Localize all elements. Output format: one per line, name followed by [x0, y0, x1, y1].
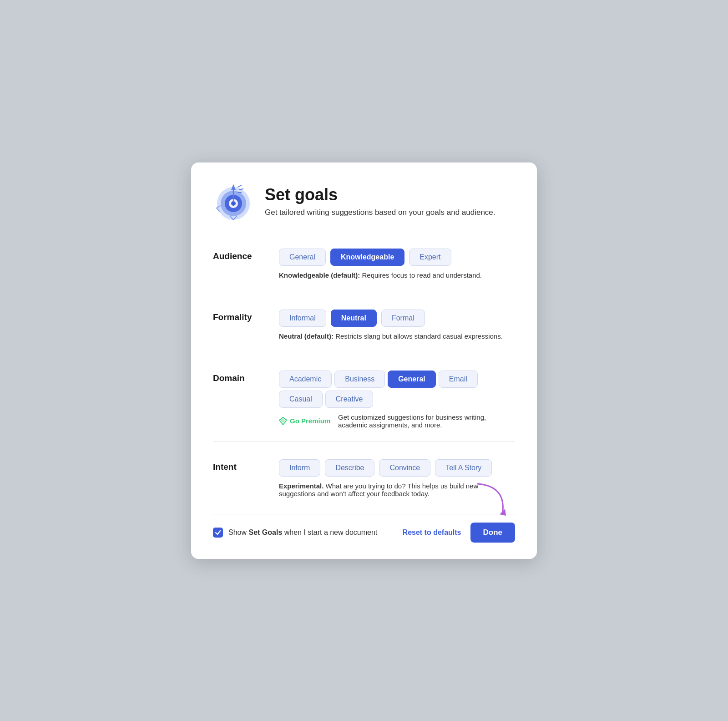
domain-creative-btn[interactable]: Creative: [325, 391, 374, 408]
reset-defaults-button[interactable]: Reset to defaults: [403, 528, 461, 537]
diamond-icon: [279, 417, 287, 425]
formality-content: Informal Neutral Formal Neutral (default…: [279, 310, 515, 340]
intent-describe-btn[interactable]: Describe: [325, 459, 374, 477]
audience-label: Audience: [213, 249, 279, 261]
svg-line-11: [238, 185, 241, 187]
formality-neutral-btn[interactable]: Neutral: [331, 310, 377, 327]
modal-header: Set goals Get tailored writing suggestio…: [213, 181, 515, 222]
formality-label: Formality: [213, 310, 279, 322]
formality-description: Neutral (default): Restricts slang but a…: [279, 332, 515, 340]
formality-section: Formality Informal Neutral Formal Neutra…: [213, 301, 515, 344]
premium-badge[interactable]: Go Premium: [279, 417, 334, 425]
target-icon: [213, 181, 254, 222]
premium-row: Go Premium Get customized suggestions fo…: [279, 413, 515, 429]
divider-audience: [213, 292, 515, 292]
audience-btn-group: General Knowledgeable Expert: [279, 249, 515, 266]
domain-academic-btn[interactable]: Academic: [279, 371, 332, 388]
modal-subtitle: Get tailored writing suggestions based o…: [265, 208, 495, 217]
divider-header: [213, 231, 515, 231]
intent-description: Experimental. What are you trying to do?…: [279, 482, 515, 498]
domain-email-btn[interactable]: Email: [439, 371, 478, 388]
modal-title: Set goals: [265, 185, 495, 204]
audience-description: Knowledgeable (default): Requires focus …: [279, 271, 515, 279]
divider-formality: [213, 353, 515, 353]
intent-convince-btn[interactable]: Convince: [379, 459, 430, 477]
intent-section: Intent Inform Describe Convince Tell A S…: [213, 451, 515, 501]
show-goals-text: Show Set Goals when I start a new docume…: [228, 528, 377, 537]
show-goals-row: Show Set Goals when I start a new docume…: [213, 528, 377, 538]
domain-casual-btn[interactable]: Casual: [279, 391, 323, 408]
audience-expert-btn[interactable]: Expert: [409, 249, 451, 266]
domain-general-btn[interactable]: General: [388, 371, 436, 388]
formality-formal-btn[interactable]: Formal: [381, 310, 425, 327]
domain-content: Academic Business General Email Casual C…: [279, 371, 515, 429]
intent-btn-group: Inform Describe Convince Tell A Story: [279, 459, 515, 477]
audience-knowledgeable-btn[interactable]: Knowledgeable: [330, 249, 404, 266]
show-goals-checkbox[interactable]: [213, 528, 223, 538]
audience-content: General Knowledgeable Expert Knowledgeab…: [279, 249, 515, 279]
intent-inform-btn[interactable]: Inform: [279, 459, 320, 477]
header-text: Set goals Get tailored writing suggestio…: [265, 185, 495, 217]
premium-label: Go Premium: [290, 417, 330, 425]
svg-marker-6: [231, 184, 236, 190]
divider-domain: [213, 442, 515, 442]
modal-footer: Show Set Goals when I start a new docume…: [213, 514, 515, 543]
audience-general-btn[interactable]: General: [279, 249, 326, 266]
intent-content: Inform Describe Convince Tell A Story Ex…: [279, 459, 515, 498]
domain-label: Domain: [213, 371, 279, 383]
done-button[interactable]: Done: [470, 523, 516, 543]
formality-btn-group: Informal Neutral Formal: [279, 310, 515, 327]
intent-tell-story-btn[interactable]: Tell A Story: [435, 459, 492, 477]
intent-label: Intent: [213, 459, 279, 472]
domain-business-btn[interactable]: Business: [334, 371, 385, 388]
premium-description: Get customized suggestions for business …: [338, 413, 515, 429]
audience-section: Audience General Knowledgeable Expert Kn…: [213, 240, 515, 283]
domain-btn-group: Academic Business General Email Casual C…: [279, 371, 515, 408]
formality-informal-btn[interactable]: Informal: [279, 310, 326, 327]
footer-actions: Reset to defaults Done: [403, 523, 515, 543]
domain-section: Domain Academic Business General Email C…: [213, 362, 515, 432]
set-goals-modal: Set goals Get tailored writing suggestio…: [191, 162, 537, 559]
